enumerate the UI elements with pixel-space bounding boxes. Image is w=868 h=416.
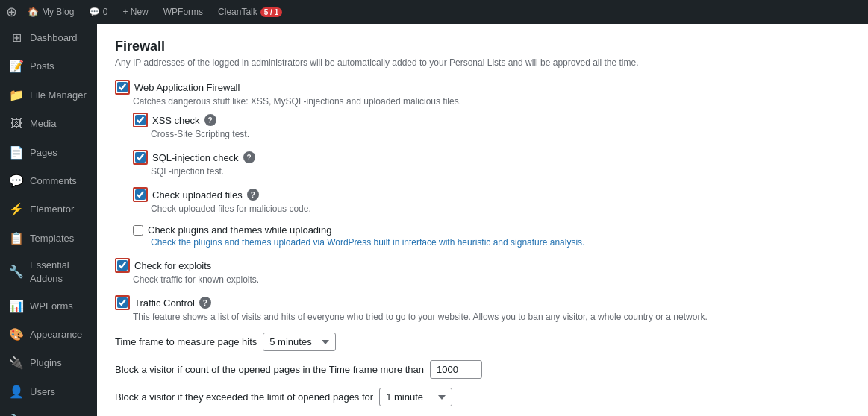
- sidebar-label: Elementor: [30, 203, 74, 216]
- media-icon: 🖼: [9, 116, 24, 132]
- sidebar-label: Templates: [30, 232, 74, 245]
- checkbox-highlight-web-app: [115, 80, 130, 95]
- comments-link[interactable]: 💬 0: [84, 0, 112, 24]
- sidebar-label: Plugins: [30, 356, 62, 370]
- sidebar-item-dashboard[interactable]: ⊞ Dashboard: [0, 24, 97, 52]
- top-bar: ⊕ 🏠 My Blog 💬 0 + New WPForms CleanTalk …: [0, 0, 868, 24]
- field-label-block-limit: Block a visitor if they exceeded the lim…: [115, 391, 373, 403]
- appearance-icon: 🎨: [9, 327, 24, 343]
- elementor-icon: ⚡: [9, 201, 24, 218]
- sidebar-item-appearance[interactable]: 🎨 Appearance: [0, 321, 97, 349]
- file-manager-icon: 📁: [9, 87, 24, 104]
- option-label-uploaded: Check uploaded files ?: [133, 187, 850, 202]
- sidebar-item-pages[interactable]: 📄 Pages: [0, 139, 97, 167]
- block-limit-select[interactable]: 1 minute 5 minutes 10 minutes 30 minutes…: [379, 388, 452, 406]
- sidebar: ⊞ Dashboard 📝 Posts 📁 File Manager 🖼 Med…: [0, 0, 97, 416]
- option-label-traffic: Traffic Control ?: [115, 295, 850, 310]
- sub-options: XSS check ? Cross-Site Scripting test. S…: [133, 113, 850, 248]
- sidebar-item-media[interactable]: 🖼 Media: [0, 110, 97, 138]
- label-text-sql: SQL-injection check: [152, 152, 239, 163]
- content-area: Firewall Any IP addresses of the logged …: [97, 24, 868, 416]
- dashboard-icon: ⊞: [9, 30, 24, 46]
- sidebar-item-users[interactable]: 👤 Users: [0, 378, 97, 406]
- section-subtitle: Any IP addresses of the logged in admini…: [115, 57, 850, 68]
- help-icon-xss[interactable]: ?: [204, 114, 216, 126]
- help-icon-uploaded[interactable]: ?: [247, 189, 259, 201]
- option-check-exploits: Check for exploits Check traffic for kno…: [115, 258, 850, 285]
- option-check-uploaded: Check uploaded files ? Check uploaded fi…: [133, 187, 850, 214]
- checkbox-highlight-exploits: [115, 258, 130, 273]
- cleantalk-link[interactable]: CleanTalk 5 / 1: [213, 0, 287, 24]
- sidebar-item-tools[interactable]: 🔧 Tools: [0, 406, 97, 416]
- sidebar-item-wpforms[interactable]: 📊 WPForms: [0, 292, 97, 321]
- sidebar-item-plugins[interactable]: 🔌 Plugins: [0, 349, 97, 377]
- option-label-web-app: Web Application Firewall: [115, 80, 850, 95]
- help-icon-sql[interactable]: ?: [243, 151, 255, 163]
- main-content: Firewall Any IP addresses of the logged …: [97, 0, 868, 416]
- sidebar-item-essential-addons[interactable]: 🔧 Essential Addons: [0, 253, 97, 291]
- checkbox-highlight-traffic: [115, 295, 130, 310]
- wpforms-link[interactable]: WPForms: [159, 0, 207, 24]
- help-icon-traffic[interactable]: ?: [199, 297, 211, 309]
- label-text-uploaded: Check uploaded files: [152, 189, 243, 201]
- section-title: Firewall: [115, 39, 850, 54]
- desc-sql: SQL-injection test.: [151, 166, 850, 177]
- option-label-xss: XSS check ?: [133, 113, 850, 127]
- checkbox-plugins-themes[interactable]: [133, 225, 143, 236]
- checkbox-check-exploits[interactable]: [117, 260, 128, 271]
- checkbox-highlight-sql: [133, 150, 148, 165]
- field-row-timeframe: Time frame to measure page hits 1 minute…: [115, 333, 850, 351]
- field-row-block-count: Block a visitor if count of the opened p…: [115, 360, 850, 379]
- option-sql-injection: SQL-injection check ? SQL-injection test…: [133, 150, 850, 177]
- checkbox-web-app-firewall[interactable]: [117, 82, 128, 92]
- users-icon: 👤: [9, 384, 24, 400]
- checkbox-highlight-uploaded: [133, 187, 148, 202]
- field-row-block-limit: Block a visitor if they exceeded the lim…: [115, 388, 850, 406]
- option-label-plugins: Check plugins and themes while uploading: [133, 224, 850, 236]
- sidebar-item-elementor[interactable]: ⚡ Elementor: [0, 195, 97, 224]
- sidebar-item-file-manager[interactable]: 📁 File Manager: [0, 81, 97, 110]
- desc-uploaded: Check uploaded files for malicious code.: [151, 204, 850, 214]
- option-web-app-firewall: Web Application Firewall Catches dangero…: [115, 80, 850, 248]
- timeframe-select[interactable]: 1 minute 2 minutes 5 minutes 10 minutes …: [263, 333, 336, 351]
- checkbox-traffic-control[interactable]: [117, 297, 128, 308]
- desc-plugins: Check the plugins and themes uploaded vi…: [151, 237, 850, 248]
- option-check-plugins: Check plugins and themes while uploading…: [133, 224, 850, 248]
- posts-icon: 📝: [9, 58, 24, 75]
- label-text-plugins: Check plugins and themes while uploading: [148, 224, 331, 236]
- sidebar-label: Media: [30, 117, 56, 130]
- cleantalk-badge: 5 / 1: [260, 7, 282, 17]
- checkbox-xss[interactable]: [135, 115, 146, 125]
- checkbox-uploaded-files[interactable]: [135, 189, 146, 200]
- pages-icon: 📄: [9, 145, 24, 161]
- sidebar-label: Essential Addons: [30, 259, 88, 286]
- option-traffic-control: Traffic Control ? This feature shows a l…: [115, 295, 850, 322]
- desc-web-app: Catches dangerous stuff like: XSS, MySQL…: [133, 96, 850, 107]
- sidebar-label: Comments: [30, 174, 77, 188]
- option-label-exploits: Check for exploits: [115, 258, 850, 273]
- plugins-icon: 🔌: [9, 355, 24, 371]
- sidebar-label: Posts: [30, 60, 54, 73]
- templates-icon: 📋: [9, 230, 24, 247]
- label-text-traffic: Traffic Control: [134, 297, 195, 309]
- label-text: Web Application Firewall: [134, 82, 240, 93]
- sidebar-label: Appearance: [30, 328, 82, 341]
- field-label-timeframe: Time frame to measure page hits: [115, 336, 257, 347]
- label-text-xss: XSS check: [152, 115, 200, 126]
- option-label-sql: SQL-injection check ?: [133, 150, 850, 165]
- desc-xss: Cross-Site Scripting test.: [151, 129, 850, 139]
- sidebar-item-posts[interactable]: 📝 Posts: [0, 52, 97, 81]
- sidebar-label: Pages: [30, 146, 57, 160]
- sidebar-item-comments[interactable]: 💬 Comments: [0, 167, 97, 195]
- block-count-input[interactable]: [430, 360, 482, 379]
- option-xss: XSS check ? Cross-Site Scripting test.: [133, 113, 850, 139]
- sidebar-item-templates[interactable]: 📋 Templates: [0, 224, 97, 253]
- sidebar-label: Users: [30, 385, 55, 399]
- new-button[interactable]: + New: [118, 0, 152, 24]
- label-text-exploits: Check for exploits: [134, 260, 211, 271]
- essential-addons-icon: 🔧: [9, 264, 24, 280]
- tools-icon: 🔧: [9, 412, 24, 416]
- blog-name[interactable]: 🏠 My Blog: [23, 0, 78, 24]
- checkbox-sql-injection[interactable]: [135, 152, 146, 163]
- sidebar-label: WPForms: [30, 300, 73, 313]
